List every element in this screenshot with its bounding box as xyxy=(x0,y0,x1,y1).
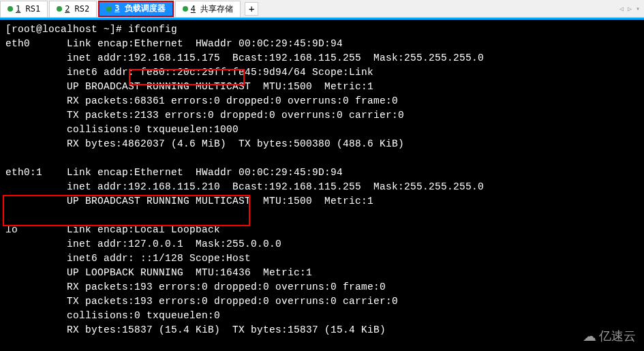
add-tab-button[interactable]: + xyxy=(245,2,258,16)
watermark-text: 亿速云 xyxy=(599,328,636,344)
tab-load-balancer[interactable]: 3 负载调度器 xyxy=(98,1,173,17)
output-line: UP LOOPBACK RUNNING MTU:16436 Metric:1 xyxy=(5,267,312,278)
output-line: UP BROADCAST RUNNING MULTICAST MTU:1500 … xyxy=(5,196,373,207)
tab-rs1[interactable]: 1 RS1 xyxy=(0,1,48,17)
status-dot-icon xyxy=(57,6,62,12)
output-line: inet6 addr: ::1/128 Scope:Host xyxy=(5,253,251,264)
tab-rs2[interactable]: 2 RS2 xyxy=(49,1,97,17)
output-line: UP BROADCAST RUNNING MULTICAST MTU:1500 … xyxy=(5,81,373,92)
output-line: collisions:0 txqueuelen:0 xyxy=(5,310,220,321)
output-line: lo Link encap:Local Loopback xyxy=(5,224,220,235)
output-line: RX bytes:4862037 (4.6 MiB) TX bytes:5003… xyxy=(5,138,404,149)
output-line: RX packets:193 errors:0 dropped:0 overru… xyxy=(5,281,386,292)
status-dot-icon xyxy=(7,6,13,12)
tab-label: RS2 xyxy=(70,4,89,14)
tab-label: 负载调度器 xyxy=(120,3,166,13)
status-dot-icon xyxy=(106,6,112,12)
output-line: collisions:0 txqueuelen:1000 xyxy=(5,124,239,135)
output-line: inet addr:127.0.0.1 Mask:255.0.0.0 xyxy=(5,239,281,249)
tab-shared-storage[interactable]: 4 共享存储 xyxy=(175,1,241,17)
tab-label: 共享存储 xyxy=(196,4,233,14)
nav-left-icon[interactable]: ◁ xyxy=(618,5,625,12)
watermark: ☁ 亿速云 xyxy=(583,328,636,344)
output-line: RX bytes:15837 (15.4 KiB) TX bytes:15837… xyxy=(5,324,386,335)
tab-hotkey: 3 xyxy=(114,3,119,13)
tab-label: RS1 xyxy=(20,4,40,14)
tab-bar: 1 RS1 2 RS2 3 负载调度器 4 共享存储 + ◁ ▷ ▾ xyxy=(0,0,644,18)
command: ifconfig xyxy=(128,24,177,35)
output-line: inet addr:192.168.115.175 Bcast:192.168.… xyxy=(5,52,484,63)
output-line: eth0:1 Link encap:Ethernet HWaddr 00:0C:… xyxy=(5,167,343,178)
output-line: eth0 Link encap:Ethernet HWaddr 00:0C:29… xyxy=(5,38,343,49)
cloud-icon: ☁ xyxy=(583,328,596,344)
output-line: TX packets:2133 errors:0 dropped:0 overr… xyxy=(5,110,404,121)
output-line: inet addr:192.168.115.210 Bcast:192.168.… xyxy=(5,181,484,192)
status-dot-icon xyxy=(183,6,188,12)
terminal-output[interactable]: [root@localhost ~]# ifconfig eth0 Link e… xyxy=(0,18,644,351)
output-line: TX packets:193 errors:0 dropped:0 overru… xyxy=(5,296,398,307)
nav-dropdown-icon[interactable]: ▾ xyxy=(634,5,641,12)
output-line: inet6 addr: fe80::20c:29ff:fe45:9d94/64 … xyxy=(5,67,373,78)
prompt: [root@localhost ~]# xyxy=(5,24,128,35)
output-line: RX packets:68361 errors:0 dropped:0 over… xyxy=(5,95,398,106)
nav-right-icon[interactable]: ▷ xyxy=(626,5,633,12)
tab-nav: ◁ ▷ ▾ xyxy=(618,5,641,12)
tab-hotkey: 4 xyxy=(191,4,196,14)
